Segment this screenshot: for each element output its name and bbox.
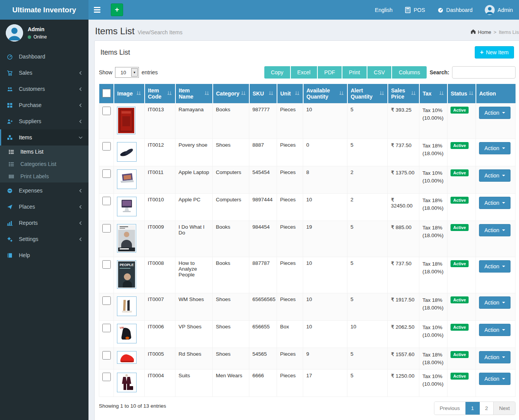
column-header-unit[interactable]: Unit (277, 84, 303, 104)
sidebar-subitem-items-list[interactable]: Items List (0, 146, 88, 158)
cell-image (114, 293, 145, 321)
column-header-category[interactable]: Category (213, 84, 249, 104)
action-dropdown-button[interactable]: Action (479, 224, 511, 236)
action-dropdown-button[interactable]: Action (479, 296, 511, 309)
column-header-alert-quantity[interactable]: Alert Quantity (347, 84, 388, 104)
sidebar-item-customers[interactable]: Customers (0, 81, 88, 97)
action-dropdown-button[interactable]: Action (479, 373, 511, 385)
action-dropdown-button[interactable]: Action (479, 260, 511, 273)
cell-sku: 8887 (249, 139, 277, 166)
sort-icon[interactable] (411, 90, 416, 97)
pagination-page-1[interactable]: 1 (466, 402, 480, 415)
row-checkbox[interactable] (102, 197, 111, 205)
nav-item-admin[interactable]: Admin (479, 0, 519, 20)
column-header-item-code[interactable]: Item Code (145, 84, 175, 104)
row-checkbox[interactable] (102, 351, 111, 360)
row-checkbox[interactable] (102, 169, 111, 178)
row-checkbox[interactable] (102, 296, 111, 305)
cell-unit: Pieces (277, 257, 303, 293)
sort-icon[interactable] (295, 90, 300, 97)
column-header-select-all[interactable] (99, 84, 114, 104)
red-sneaker[interactable] (117, 351, 137, 364)
nav-item-pos[interactable]: POS (399, 0, 431, 20)
row-checkbox[interactable] (102, 107, 111, 115)
sort-icon[interactable] (269, 90, 274, 97)
nav-item-dashboard[interactable]: Dashboard (431, 0, 479, 20)
tax-detail: (18.00%) (422, 232, 444, 239)
sort-icon[interactable] (469, 90, 474, 97)
row-checkbox[interactable] (102, 260, 111, 269)
cell-item-name: WM Shoes (175, 293, 213, 321)
export-pdf-button[interactable]: PDF (318, 66, 342, 79)
app-brand[interactable]: Ultimate Inventory (0, 0, 88, 20)
sidebar-item-purchase[interactable]: Purchase (0, 97, 88, 113)
sidebar-subitem-categories-list[interactable]: Categories List (0, 158, 88, 170)
page-length-select[interactable]: 10 ▼ (115, 67, 139, 78)
new-item-button[interactable]: + New Item (475, 46, 514, 59)
action-label: Action (484, 110, 499, 116)
black-sneaker[interactable]: VIP (117, 324, 137, 343)
sidebar-item-help[interactable]: Help (0, 247, 88, 263)
export-print-button[interactable]: Print (342, 66, 367, 79)
sort-icon[interactable] (339, 90, 344, 97)
action-dropdown-button[interactable]: Action (479, 351, 511, 363)
macbook-laptop[interactable] (117, 169, 137, 189)
export-csv-button[interactable]: CSV (367, 66, 392, 79)
user-status-label: Online (33, 34, 47, 40)
column-header-available-quantity[interactable]: Available Quantity (303, 84, 347, 104)
breadcrumb-home[interactable]: Home (471, 29, 491, 35)
sidebar-item-expenses[interactable]: Expenses (0, 182, 88, 199)
sidebar-item-dashboard[interactable]: Dashboard (0, 49, 88, 65)
book-man-suit[interactable] (117, 224, 136, 253)
sort-icon[interactable] (439, 90, 444, 97)
sidebar-item-label: Dashboard (19, 54, 83, 60)
row-checkbox[interactable] (102, 324, 111, 332)
nav-item-english[interactable]: English (369, 0, 399, 20)
sidebar-toggle-icon[interactable] (88, 0, 106, 20)
black-dress-shoes[interactable] (117, 142, 137, 162)
action-dropdown-button[interactable]: Action (479, 142, 511, 154)
womens-heels[interactable] (117, 296, 137, 316)
column-header-sku[interactable]: SKU (249, 84, 277, 104)
action-dropdown-button[interactable]: Action (479, 324, 511, 336)
export-excel-button[interactable]: Excel (291, 66, 318, 79)
pagination-previous[interactable]: Previous (434, 402, 466, 415)
sort-icon[interactable] (167, 90, 172, 97)
sidebar-item-reports[interactable]: Reports (0, 215, 88, 231)
red-book-cover[interactable] (117, 107, 135, 134)
search-input[interactable] (452, 66, 516, 79)
sort-icon[interactable] (204, 90, 209, 97)
sidebar-item-settings[interactable]: Settings (0, 231, 88, 247)
svg-text:PEOPLE: PEOPLE (120, 263, 134, 267)
column-header-sales-price[interactable]: Sales Price (388, 84, 419, 104)
select-all-checkbox[interactable] (102, 89, 111, 97)
column-header-status[interactable]: Status (447, 84, 476, 104)
pagination-next[interactable]: Next (494, 402, 515, 415)
row-checkbox[interactable] (102, 373, 111, 381)
sidebar-subitem-print-labels[interactable]: Print Labels (0, 170, 88, 182)
sort-icon[interactable] (379, 90, 384, 97)
action-dropdown-button[interactable]: Action (479, 107, 511, 119)
table-row: IT0005Rd ShoesShoes54565Pieces95₹ 1557.6… (99, 348, 516, 370)
sidebar-item-items[interactable]: Items (0, 129, 88, 146)
sort-icon[interactable] (241, 90, 246, 97)
sidebar-item-places[interactable]: Places (0, 199, 88, 215)
sidebar-item-sales[interactable]: Sales (0, 65, 88, 81)
column-header-image[interactable]: Image (114, 84, 145, 104)
action-dropdown-button[interactable]: Action (479, 169, 511, 182)
quick-add-button[interactable]: + (111, 3, 123, 16)
book-people-cover[interactable]: PEOPLE (117, 260, 136, 289)
maroon-suit[interactable] (117, 373, 137, 392)
column-header-tax[interactable]: Tax (419, 84, 447, 104)
export-columns-button[interactable]: Columns (392, 66, 426, 79)
imac-computer[interactable] (117, 197, 137, 216)
column-header-item-name[interactable]: Item Name (175, 84, 213, 104)
row-checkbox[interactable] (102, 142, 111, 151)
pagination-page-2[interactable]: 2 (480, 402, 494, 415)
sidebar-item-suppliers[interactable]: Suppliers (0, 113, 88, 129)
cell-item-name: Apple PC (175, 194, 213, 221)
export-copy-button[interactable]: Copy (264, 66, 291, 79)
sort-icon[interactable] (136, 90, 141, 97)
row-checkbox[interactable] (102, 224, 111, 233)
action-dropdown-button[interactable]: Action (479, 197, 511, 209)
